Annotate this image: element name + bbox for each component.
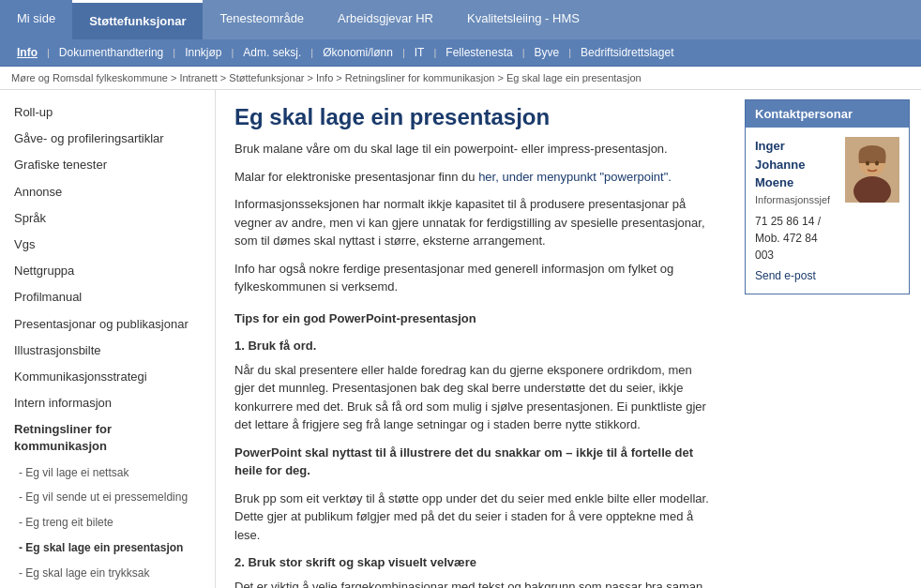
item1-bold1: PowerPoint skal nyttast til å illustrere…: [234, 444, 715, 480]
contact-email-link[interactable]: Send e-post: [755, 267, 838, 284]
sec-nav-adm[interactable]: Adm. seksj.: [234, 39, 310, 66]
sidebar-pressemelding[interactable]: - Eg vil sende ut ei pressemelding: [0, 485, 215, 510]
sec-nav-okonomi[interactable]: Økonomi/lønn: [313, 39, 402, 66]
contact-photo: [845, 137, 899, 203]
sidebar-nettsak[interactable]: - Eg vil lage ei nettsak: [0, 460, 215, 486]
sidebar-bilete[interactable]: - Eg treng eit bilete: [0, 510, 215, 535]
breadcrumb: Møre og Romsdal fylkeskommune > Intranet…: [0, 67, 921, 90]
sidebar-sprak[interactable]: Språk: [0, 205, 215, 232]
sec-nav-info[interactable]: Info: [8, 39, 47, 66]
contact-phone-number: 71 25 86 14 /: [755, 215, 821, 228]
sidebar-profilmanual[interactable]: Profilmanual: [0, 284, 215, 310]
para2: Info har også nokre ferdige presentasjon…: [234, 260, 715, 296]
sec-nav: Info | Dokumenthandtering | Innkjøp | Ad…: [0, 39, 921, 67]
sidebar-presentasjonar[interactable]: Presentasjonar og publikasjonar: [0, 311, 215, 338]
contact-phone: 71 25 86 14 / Mob. 472 84 003: [755, 213, 838, 264]
sidebar-gave[interactable]: Gåve- og profileringsartiklar: [0, 126, 215, 152]
top-nav-arbeidsgjevar[interactable]: Arbeidsgjevar HR: [321, 0, 450, 39]
tips-heading: Tips for ein god PowerPoint-presentasjon: [234, 309, 715, 328]
sec-nav-bedrift[interactable]: Bedriftsidrettslaget: [571, 39, 683, 66]
contact-box: Kontaktpersonar Inger Johanne Moene Info…: [745, 99, 910, 294]
breadcrumb-text: Møre og Romsdal fylkeskommune > Intranet…: [11, 72, 642, 83]
sidebar-vgs[interactable]: Vgs: [0, 232, 215, 258]
top-nav-stottefunksjonar[interactable]: Støttefunksjonar: [72, 0, 203, 39]
contact-title: Informasjonssjef: [755, 192, 838, 208]
sidebar-kommunikasjonsstrategi[interactable]: Kommunikasjonsstrategi: [0, 364, 215, 390]
main-layout: Roll-up Gåve- og profileringsartiklar Gr…: [0, 90, 921, 588]
contact-name: Inger Johanne Moene: [755, 137, 838, 192]
sidebar-nettgruppa[interactable]: Nettgruppa: [0, 258, 215, 284]
sec-nav-dokumenthandtering[interactable]: Dokumenthandtering: [50, 39, 173, 66]
top-nav-kvalitetsleiing[interactable]: Kvalitetsleiing - HMS: [450, 0, 596, 39]
item1-bold1-text: PowerPoint skal nyttast til å illustrere…: [234, 445, 693, 478]
sidebar-presentasjon-active[interactable]: - Eg skal lage ein presentasjon: [0, 535, 215, 561]
contact-box-header: Kontaktpersonar: [746, 100, 909, 128]
right-panel: Kontaktpersonar Inger Johanne Moene Info…: [733, 90, 921, 588]
sec-nav-byve[interactable]: Byve: [525, 39, 569, 66]
intro-text: Bruk malane våre om du skal lage til ein…: [234, 140, 715, 158]
top-nav-tenesteomrade[interactable]: Tenesteområde: [203, 0, 321, 39]
item1-bold2-text: Bruk pp som eit verktøy til å støtte opp…: [234, 491, 709, 542]
svg-point-4: [866, 161, 869, 166]
page-title: Eg skal lage ein presentasjon: [234, 104, 715, 130]
item1-para: Når du skal presentere eller halde fored…: [234, 361, 715, 434]
sidebar-intern[interactable]: Intern informasjon: [0, 390, 215, 416]
sec-nav-innkjop[interactable]: Innkjøp: [175, 39, 231, 66]
sidebar-grafiske[interactable]: Grafiske tenester: [0, 152, 215, 178]
para1: Informasjonsseksjonen har normalt ikkje …: [234, 195, 715, 250]
svg-point-5: [875, 161, 879, 166]
contact-box-body: Inger Johanne Moene Informasjonssjef 71 …: [746, 128, 909, 294]
sec-nav-fellestenesta[interactable]: Fellestenesta: [436, 39, 521, 66]
sidebar-retningsliner[interactable]: Retningsliner for kommunikasjon: [0, 416, 215, 460]
top-nav: Mi side Støttefunksjonar Tenesteområde A…: [0, 0, 921, 39]
item2-para: Det er viktig å velje fargekombinasjonar…: [234, 578, 715, 589]
sidebar: Roll-up Gåve- og profileringsartiklar Gr…: [0, 90, 216, 588]
contact-info: Inger Johanne Moene Informasjonssjef 71 …: [755, 137, 838, 284]
sidebar-trykksak[interactable]: - Eg skal lage ein trykksak: [0, 561, 215, 586]
contact-mobile: Mob. 472 84 003: [755, 232, 818, 262]
item2-heading: 2. Bruk stor skrift og skap visuelt velv…: [234, 553, 715, 572]
malar-text: Malar for elektroniske presentasjonar fi…: [234, 168, 715, 187]
sidebar-annonse[interactable]: Annonse: [0, 179, 215, 205]
item1-bold2: Bruk pp som eit verktøy til å støtte opp…: [234, 490, 715, 545]
item1-heading: 1. Bruk få ord.: [234, 337, 715, 355]
sidebar-rollup[interactable]: Roll-up: [0, 99, 215, 126]
sec-nav-it[interactable]: IT: [405, 39, 434, 66]
malar-text-before: Malar for elektroniske presentasjonar fi…: [234, 170, 478, 184]
content-area: Eg skal lage ein presentasjon Bruk malan…: [216, 90, 733, 588]
sidebar-illustrasjonsbilte[interactable]: Illustrasjonsbilte: [0, 338, 215, 364]
malar-link[interactable]: her, under menypunkt "powerpoint".: [478, 170, 672, 184]
top-nav-mi-side[interactable]: Mi side: [0, 0, 72, 39]
